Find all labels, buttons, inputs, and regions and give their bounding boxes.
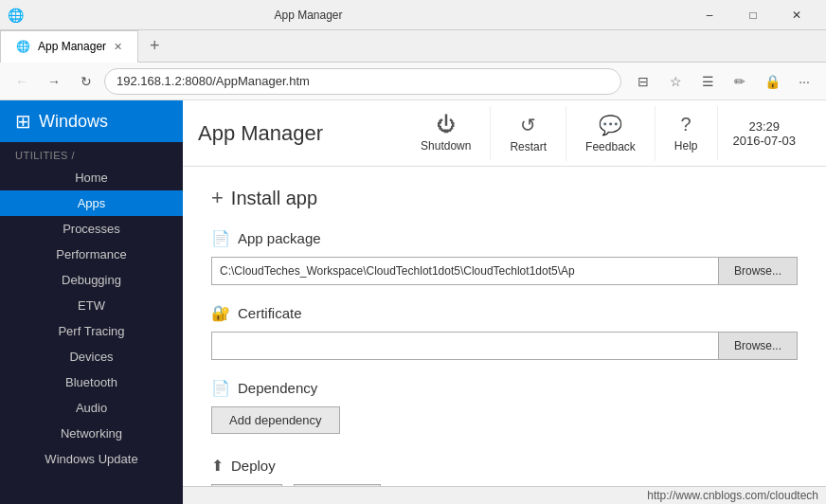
reader-mode-icon[interactable]: ⊟ bbox=[629, 67, 657, 96]
shutdown-label: Shutdown bbox=[421, 139, 471, 153]
certificate-path-input[interactable] bbox=[211, 332, 719, 360]
active-tab[interactable]: 🌐 App Manager ✕ bbox=[0, 30, 138, 63]
help-label: Help bbox=[674, 139, 698, 153]
windows-icon: ⊞ bbox=[15, 110, 31, 133]
favorites-icon[interactable]: ☆ bbox=[661, 67, 690, 96]
sidebar-logo: ⊞ Windows bbox=[0, 100, 183, 142]
sidebar: ⊞ Windows UTILITIES / Home Apps Processe… bbox=[0, 100, 183, 504]
new-tab-button[interactable]: + bbox=[138, 30, 171, 62]
date-display: 2016-07-03 bbox=[733, 134, 797, 148]
tab-label: App Manager bbox=[38, 40, 106, 53]
deploy-label: Deploy bbox=[231, 458, 276, 474]
sidebar-item-home[interactable]: Home bbox=[0, 165, 183, 190]
tab-bar: 🌐 App Manager ✕ + bbox=[0, 30, 826, 63]
sidebar-item-networking[interactable]: Networking bbox=[0, 421, 183, 446]
file-icon: 📄 bbox=[211, 229, 230, 247]
restart-button[interactable]: ↺ Restart bbox=[491, 106, 566, 161]
sidebar-logo-label: Windows bbox=[39, 112, 108, 132]
app-package-input-row: Browse... bbox=[211, 257, 798, 285]
more-icon[interactable]: ··· bbox=[790, 67, 818, 96]
tab-close-icon[interactable]: ✕ bbox=[114, 41, 122, 53]
titlebar-controls: – □ ✕ bbox=[688, 0, 818, 30]
dependency-section: 📄 Dependency bbox=[211, 379, 798, 397]
main-content: + Install app 📄 App package Browse... 🔐 … bbox=[183, 167, 826, 486]
datetime-display: 23:29 2016-07-03 bbox=[718, 112, 812, 155]
lock-icon[interactable]: 🔒 bbox=[758, 67, 786, 96]
browser-title: App Manager bbox=[31, 9, 585, 22]
feedback-button[interactable]: 💬 Feedback bbox=[566, 106, 655, 161]
certificate-input-row: Browse... bbox=[211, 332, 798, 360]
address-bar[interactable] bbox=[104, 68, 621, 95]
dependency-label: Dependency bbox=[238, 380, 317, 396]
app-package-path-input[interactable] bbox=[211, 257, 719, 285]
sidebar-item-processes[interactable]: Processes bbox=[0, 216, 183, 242]
status-url: http://www.cnblogs.com/cloudtech bbox=[647, 489, 818, 502]
minimize-button[interactable]: – bbox=[688, 0, 731, 30]
certificate-icon: 🔐 bbox=[211, 304, 230, 322]
sidebar-item-etw[interactable]: ETW bbox=[0, 293, 183, 318]
restart-icon: ↺ bbox=[520, 114, 536, 136]
sidebar-section-utilities: UTILITIES / bbox=[0, 142, 183, 165]
restart-label: Restart bbox=[510, 140, 547, 153]
menu-icon[interactable]: ☰ bbox=[693, 67, 722, 96]
deploy-icon: ⬆ bbox=[211, 457, 224, 475]
deploy-header: ⬆ Deploy bbox=[211, 457, 798, 475]
help-button[interactable]: ? Help bbox=[655, 106, 718, 160]
nav-icons: ⊟ ☆ ☰ ✏ 🔒 ··· bbox=[629, 67, 818, 96]
nav-bar: ← → ↻ ⊟ ☆ ☰ ✏ 🔒 ··· bbox=[0, 63, 826, 100]
sidebar-item-bluetooth[interactable]: Bluetooth bbox=[0, 369, 183, 395]
feedback-label: Feedback bbox=[585, 140, 636, 153]
app-package-browse-button[interactable]: Browse... bbox=[719, 257, 798, 285]
add-dependency-button[interactable]: Add dependency bbox=[211, 406, 340, 434]
certificate-section: 🔐 Certificate bbox=[211, 304, 798, 322]
app-title: App Manager bbox=[198, 121, 402, 146]
maximize-button[interactable]: □ bbox=[731, 0, 775, 30]
plus-icon: + bbox=[211, 186, 224, 210]
browser-titlebar: 🌐 App Manager – □ ✕ bbox=[0, 0, 826, 30]
back-button[interactable]: ← bbox=[8, 67, 36, 96]
help-icon: ? bbox=[681, 114, 691, 135]
certificate-browse-button[interactable]: Browse... bbox=[719, 332, 798, 360]
forward-button[interactable]: → bbox=[40, 67, 68, 96]
sidebar-item-performance[interactable]: Performance bbox=[0, 242, 183, 267]
install-title: Install app bbox=[231, 188, 317, 209]
top-bar: App Manager ⏻ Shutdown ↺ Restart 💬 Feedb… bbox=[183, 100, 826, 167]
sidebar-item-audio[interactable]: Audio bbox=[0, 395, 183, 421]
sidebar-item-devices[interactable]: Devices bbox=[0, 344, 183, 369]
app-package-section: 📄 App package bbox=[211, 229, 798, 247]
install-header: + Install app bbox=[211, 186, 798, 210]
browser-app-icon: 🌐 bbox=[8, 8, 24, 23]
shutdown-button[interactable]: ⏻ Shutdown bbox=[402, 106, 491, 160]
status-bar: http://www.cnblogs.com/cloudtech bbox=[183, 486, 826, 504]
sidebar-item-debugging[interactable]: Debugging bbox=[0, 267, 183, 293]
deploy-section: ⬆ Deploy Go Reset bbox=[211, 457, 798, 486]
app-package-label: App package bbox=[238, 230, 321, 246]
app-content: App Manager ⏻ Shutdown ↺ Restart 💬 Feedb… bbox=[183, 100, 826, 504]
certificate-label: Certificate bbox=[238, 305, 302, 321]
tab-favicon: 🌐 bbox=[16, 40, 30, 53]
shutdown-icon: ⏻ bbox=[437, 114, 456, 135]
feedback-icon: 💬 bbox=[599, 114, 622, 136]
top-actions: ⏻ Shutdown ↺ Restart 💬 Feedback ? Help 2… bbox=[402, 106, 811, 161]
sidebar-item-apps[interactable]: Apps bbox=[0, 190, 183, 216]
sidebar-item-perf-tracing[interactable]: Perf Tracing bbox=[0, 318, 183, 344]
refresh-button[interactable]: ↻ bbox=[72, 67, 100, 96]
app-container: ⊞ Windows UTILITIES / Home Apps Processe… bbox=[0, 100, 826, 504]
close-button[interactable]: ✕ bbox=[775, 0, 818, 30]
sidebar-item-windows-update[interactable]: Windows Update bbox=[0, 446, 183, 472]
dependency-icon: 📄 bbox=[211, 379, 230, 397]
time-display: 23:29 bbox=[748, 119, 780, 134]
edit-icon[interactable]: ✏ bbox=[726, 67, 754, 96]
